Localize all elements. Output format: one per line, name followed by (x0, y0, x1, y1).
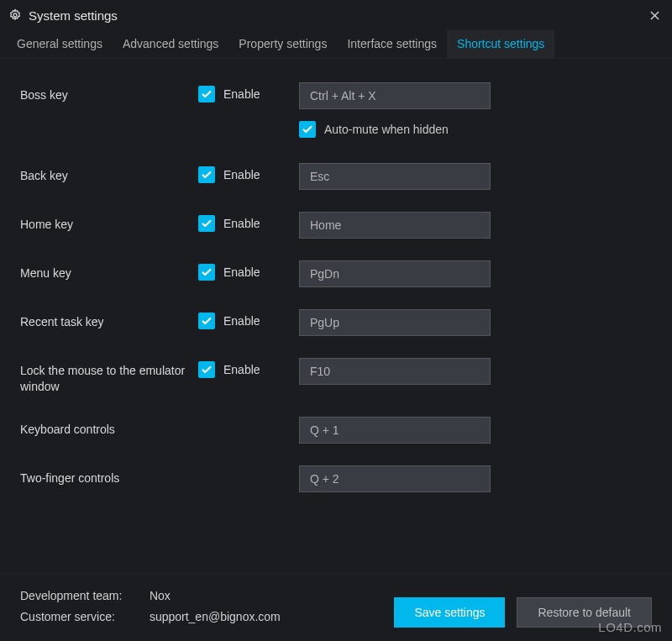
enable-label: Enable (223, 168, 260, 181)
close-button[interactable] (647, 8, 662, 23)
enable-menu-key: Enable (198, 260, 299, 281)
row-recent-key: Recent task key Enable (20, 309, 652, 336)
enable-label: Enable (223, 314, 260, 328)
enable-twofinger-empty (198, 465, 299, 469)
input-menu-key[interactable] (299, 260, 491, 287)
row-menu-key: Menu key Enable (20, 260, 652, 287)
input-lock-mouse[interactable] (299, 358, 491, 385)
input-keyboard-controls[interactable] (299, 417, 491, 444)
checkbox-menu-key[interactable] (198, 264, 215, 281)
row-home-key: Home key Enable (20, 212, 652, 239)
tab-advanced[interactable]: Advanced settings (113, 30, 228, 58)
enable-keyboard-controls-empty (198, 417, 299, 420)
enable-label: Enable (223, 363, 260, 376)
input-boss-key[interactable] (299, 82, 491, 109)
row-boss-key: Boss key Enable Auto-mute when hidden (20, 82, 652, 138)
content: Boss key Enable Auto-mute when hidden Ba… (0, 59, 672, 492)
enable-boss-key: Enable (198, 82, 299, 102)
checkbox-automute[interactable] (299, 121, 316, 138)
enable-label: Enable (223, 87, 260, 101)
enable-recent-key: Enable (198, 309, 299, 329)
enable-label: Enable (223, 217, 260, 230)
input-wrap-lock (299, 358, 652, 385)
label-menu-key: Menu key (20, 260, 198, 281)
window-title: System settings (29, 8, 118, 23)
checkbox-lock-mouse[interactable] (198, 361, 215, 378)
input-wrap-recent (299, 309, 652, 336)
label-boss-key: Boss key (20, 82, 198, 103)
checkbox-recent-key[interactable] (198, 313, 215, 329)
cs-label: Customer service: (20, 607, 146, 628)
enable-back-key: Enable (198, 163, 299, 183)
label-recent-key: Recent task key (20, 309, 198, 330)
checkbox-back-key[interactable] (198, 166, 215, 183)
input-back-key[interactable] (299, 163, 491, 190)
save-button[interactable]: Save settings (394, 597, 505, 628)
enable-home-key: Enable (198, 212, 299, 232)
input-wrap-boss: Auto-mute when hidden (299, 82, 652, 138)
restore-button[interactable]: Restore to default (517, 597, 652, 628)
automute-row: Auto-mute when hidden (299, 121, 652, 138)
row-back-key: Back key Enable (20, 163, 652, 190)
checkbox-home-key[interactable] (198, 215, 215, 232)
tabs: General settings Advanced settings Prope… (0, 30, 672, 59)
automute-label: Auto-mute when hidden (324, 123, 449, 136)
checkbox-boss-key[interactable] (198, 86, 215, 102)
input-wrap-twofinger (299, 465, 652, 492)
svg-point-0 (13, 13, 17, 17)
input-recent-key[interactable] (299, 309, 491, 336)
enable-label: Enable (223, 265, 260, 279)
tab-shortcut[interactable]: Shortcut settings (447, 30, 554, 58)
input-twofinger-controls[interactable] (299, 465, 491, 492)
tab-interface[interactable]: Interface settings (337, 30, 447, 58)
dev-team-value: Nox (150, 589, 171, 602)
input-wrap-menu (299, 260, 652, 287)
label-back-key: Back key (20, 163, 198, 184)
footer-buttons: Save settings Restore to default (394, 597, 652, 628)
label-keyboard-controls: Keyboard controls (20, 417, 198, 438)
label-home-key: Home key (20, 212, 198, 233)
titlebar-left: System settings (8, 8, 118, 23)
input-home-key[interactable] (299, 212, 491, 239)
label-twofinger-controls: Two-finger controls (20, 465, 198, 486)
tab-general[interactable]: General settings (7, 30, 113, 58)
gear-icon (8, 8, 22, 22)
titlebar: System settings (0, 0, 672, 30)
cs-value: support_en@bignox.com (150, 610, 281, 623)
row-twofinger-controls: Two-finger controls (20, 465, 652, 492)
footer: Development team: Nox Customer service: … (0, 573, 672, 641)
tab-property[interactable]: Property settings (228, 30, 337, 58)
row-lock-mouse: Lock the mouse to the emulator window En… (20, 358, 652, 395)
input-wrap-back (299, 163, 652, 190)
label-lock-mouse: Lock the mouse to the emulator window (20, 358, 198, 395)
footer-info: Development team: Nox Customer service: … (20, 586, 281, 628)
dev-team-label: Development team: (20, 586, 146, 607)
input-wrap-home (299, 212, 652, 239)
input-wrap-keyboard (299, 417, 652, 444)
enable-lock-mouse: Enable (198, 358, 299, 378)
row-keyboard-controls: Keyboard controls (20, 417, 652, 444)
